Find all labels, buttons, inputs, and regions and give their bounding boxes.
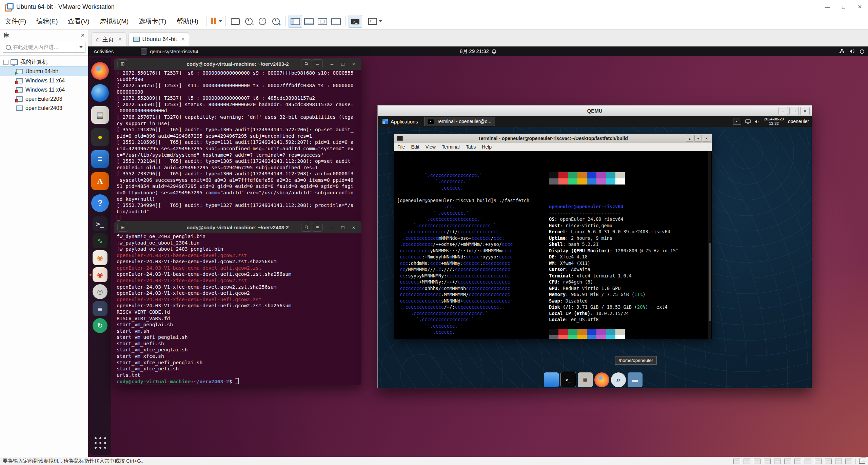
xfce-dock-search-icon[interactable]: ⌕ [611,372,626,387]
dock-recycle-icon[interactable]: ↻ [93,318,107,333]
menu-查看V[interactable]: 查看(V) [63,14,95,28]
minimize-icon[interactable]: – [328,61,336,67]
focused-app-menu[interactable]: qemu-system-riscv64 [141,48,198,55]
show-library-button[interactable] [289,15,302,28]
revert-snapshot-button[interactable]: ← [256,15,269,28]
minimize-button[interactable]: ▾ [694,135,702,142]
applications-menu-button[interactable]: Applications [380,116,421,127]
scrollbar[interactable] [708,151,711,339]
shade-button[interactable]: ▴ [686,135,693,142]
dock-email-icon[interactable] [91,84,109,102]
new-tab-button[interactable]: ⊞ [117,223,128,232]
workspace-indicator[interactable]: >_ [733,118,741,125]
tray-sound-device-icon[interactable] [794,459,801,464]
tray-printer-icon[interactable] [805,459,811,464]
qemu-title-bar[interactable]: QEMU – □ ✕ [378,105,812,116]
dock-settings-icon[interactable]: ● [91,128,109,146]
menu-文件F[interactable]: 文件(F) [0,14,31,28]
vm-item-openeuler2203[interactable]: openEuler2203 [0,94,88,103]
taskbar-terminal-button[interactable]: >_ Terminal - openeuler@o... [424,117,495,126]
close-button[interactable]: ✕ [703,135,710,142]
tray-shared-folder-icon[interactable] [835,459,842,464]
dock-firefox-icon[interactable] [91,62,109,80]
power-pause-button[interactable] [209,15,223,28]
dock-software-icon[interactable]: A [91,172,109,190]
tray-network-adapter-2-icon[interactable] [774,459,781,464]
user-menu[interactable]: openeuler [788,119,809,124]
xterm-menu-view[interactable]: View [422,144,439,150]
library-search-input[interactable]: 在此处键入内容进… [3,42,85,53]
vm-item-windows-11-x64[interactable]: Windows 11 x64 [0,85,88,94]
terminal1-header-bar[interactable]: ⊞ cody@cody-virtual-machine: ~/oerv2403-… [114,58,361,70]
tab-ubuntu-64-bit[interactable]: Ubuntu 64-bit✕ [129,32,190,46]
volume-tray-icon[interactable] [755,119,760,124]
xterm-menu-file[interactable]: File [394,144,408,150]
menu-虚拟机M[interactable]: 虚拟机(M) [95,14,134,28]
menu-button[interactable]: ≡ [312,223,323,232]
dock-terminal-icon[interactable]: >_ [93,216,107,231]
xfce-dock-files-icon[interactable]: ▬ [628,372,643,387]
unity-view-button[interactable] [329,15,343,28]
maximize-button[interactable]: □ [835,0,852,14]
new-tab-button[interactable]: ⊞ [117,59,128,68]
search-button[interactable] [301,59,312,68]
xterm-menu-terminal[interactable]: Terminal [439,144,463,150]
xfce-dock-term-icon[interactable]: >_ [560,372,576,387]
dock-qemu2-icon[interactable]: ◉ [93,267,107,282]
scrollbar-thumb[interactable] [709,243,711,321]
vm-item-windows-11-x64[interactable]: Windows 11 x64 [0,76,88,85]
tab-close-icon[interactable]: ✕ [118,37,122,42]
minimize-icon[interactable]: – [328,225,336,230]
show-apps-button[interactable] [93,435,107,450]
tree-expander-icon[interactable] [3,60,8,65]
dock-camera-icon[interactable]: ◎ [93,284,107,299]
maximize-icon[interactable]: □ [338,225,347,230]
close-button[interactable]: ✕ [852,0,868,14]
tab-close-icon[interactable]: ✕ [181,37,185,42]
library-close-icon[interactable]: ✕ [80,32,85,38]
tray-usb-device-icon[interactable] [825,459,832,464]
qemu-minimize-button[interactable]: – [778,107,788,115]
fullscreen-button[interactable] [368,15,382,28]
menu-选项卡T[interactable]: 选项卡(T) [134,14,171,28]
qemu-close-button[interactable]: ✕ [800,107,810,115]
dock-archive-icon[interactable]: ≣ [93,301,107,316]
tray-serial-port-icon[interactable] [815,459,822,464]
dock-qemu-icon[interactable]: ◉ [93,250,107,265]
tray-hard-disk-icon[interactable] [733,459,740,464]
tray-cd-rom-icon[interactable] [744,459,750,464]
xterm-menu-edit[interactable]: Edit [408,144,422,150]
minimize-button[interactable]: — [819,0,835,14]
maximize-icon[interactable]: □ [338,61,347,67]
open-terminal-button[interactable]: >_ [349,15,362,28]
tray-network-adapter-icon[interactable] [764,459,771,464]
system-status-area[interactable] [839,49,865,54]
search-dropdown-button[interactable] [77,42,85,52]
console-view-button[interactable] [316,15,329,28]
manage-snapshots-button[interactable]: ✦ [269,15,283,28]
tray-message-log-icon[interactable] [845,459,852,464]
xterm-menu-help[interactable]: Help [479,144,495,150]
tab-主页[interactable]: ⌂主页✕ [92,32,126,46]
dock-docs-icon[interactable]: ≡ [91,150,109,168]
terminal2-header-bar[interactable]: ⊞ cody@cody-virtual-machine: ~/oerv2403-… [114,221,361,233]
xfce-dock-firefox-icon[interactable] [594,372,609,387]
tray-floppy-icon[interactable] [754,459,761,464]
take-snapshot-button[interactable]: + [242,15,256,28]
xfce-dock-cabinet-icon[interactable]: ≣ [578,372,593,387]
clock-menu[interactable]: 8月 29 21:32 [460,48,496,55]
vm-item-openeuler2403[interactable]: openEuler2403 [0,103,88,113]
dock-monitor-icon[interactable]: ∿ [93,233,107,248]
xterm-menu-tabs[interactable]: Tabs [463,144,479,150]
menu-button[interactable]: ≡ [312,59,323,68]
dock-help-icon[interactable]: ? [91,194,109,212]
activities-button[interactable]: Activities [94,49,114,54]
close-icon[interactable]: × [349,225,358,230]
search-button[interactable] [301,223,312,232]
send-ctrl-alt-del-button[interactable] [229,15,242,28]
tray-usb-controller-icon[interactable] [784,459,791,464]
dock-files-icon[interactable]: ▤ [91,106,109,124]
tree-item-my-computer[interactable]: 我的计算机 [0,58,88,67]
display-settings-icon[interactable] [745,119,751,124]
panel-clock[interactable]: 2024-08-29 13:32 [764,117,784,126]
